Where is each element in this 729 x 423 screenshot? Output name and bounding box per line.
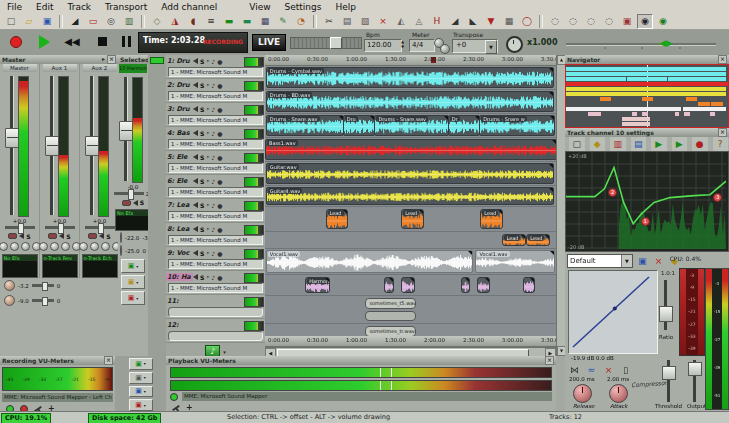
track-device-label[interactable] [168, 331, 263, 341]
zoom-in-icon[interactable]: ◌ [547, 14, 563, 29]
track-device-label[interactable]: 1 - MME: Microsoft Sound M [168, 187, 263, 197]
tempo-clock-icon[interactable] [506, 36, 523, 53]
speaker-icon[interactable] [193, 274, 198, 280]
recording-device-label[interactable]: MME: Microsoft Sound Mapper - Left Ch [2, 393, 113, 402]
collapse-icon[interactable]: ▸ [102, 55, 105, 64]
note-icon[interactable]: ♪ [211, 250, 215, 257]
track-row[interactable]: 3: DruS*♪●1 - MME: Microsoft Sound M [166, 103, 265, 127]
vertical-scrollbar[interactable]: ▲ ▼ [556, 55, 565, 356]
pan-slider[interactable] [45, 226, 75, 229]
fader-track[interactable] [50, 76, 54, 215]
track-name[interactable]: 12: [166, 321, 193, 329]
preset-dropdown-icon[interactable]: ▼ [621, 255, 632, 267]
audio-clip[interactable]: Drums - Snare.wav [374, 115, 448, 136]
dropdown-arrow-icon[interactable]: ▾ [136, 280, 138, 285]
scissors-icon[interactable]: ✂ [321, 14, 337, 29]
speaker-icon[interactable] [193, 250, 198, 256]
dropdown-arrow-icon[interactable]: ▾ [144, 375, 146, 380]
bpm-spinner[interactable]: ▲▼ [399, 39, 406, 51]
track-name[interactable]: 11: [166, 297, 193, 305]
menu-item-file[interactable]: File [0, 2, 29, 12]
audio-clip[interactable]: Guitar.wav [266, 163, 555, 184]
transpose-select[interactable]: +0 ▼ [452, 39, 498, 53]
channel-help-icon[interactable]: ? [713, 137, 729, 152]
star-icon[interactable]: * [206, 250, 209, 257]
pan-thumb[interactable] [18, 223, 24, 234]
note-icon[interactable]: ♪ [211, 82, 215, 89]
mute-led-icon[interactable] [122, 200, 131, 206]
monitor-record-icon[interactable]: ▣▾ [129, 358, 153, 370]
track-name[interactable]: 4: Bas [166, 129, 193, 137]
close-icon[interactable]: × [104, 356, 113, 365]
speaker-icon[interactable] [193, 82, 198, 88]
track-name[interactable]: 9: Voc [166, 249, 193, 257]
star-icon[interactable]: * [206, 82, 209, 89]
solo-button[interactable]: S [200, 202, 204, 209]
audio-clip[interactable]: Lead [480, 209, 502, 229]
attack-knob[interactable] [609, 384, 628, 403]
send-knob[interactable] [61, 242, 70, 251]
eq-point-1[interactable]: 1 [641, 217, 650, 226]
add-audio-track-icon[interactable]: ▬ [221, 14, 237, 29]
pan-thumb[interactable] [58, 223, 64, 234]
star-icon[interactable]: * [206, 226, 209, 233]
grid-snap-icon[interactable]: ▦ [501, 14, 517, 29]
solo-button[interactable]: S [200, 130, 204, 137]
strip-name-tab[interactable]: Aux 2 [83, 64, 117, 72]
send-knob[interactable] [39, 242, 48, 251]
speed-slider-thumb[interactable]: ◀▶ [659, 38, 673, 48]
audio-clip[interactable]: Dru [343, 115, 376, 136]
solo-button[interactable]: S [200, 58, 204, 65]
menu-item-add-channel[interactable]: Add channel [154, 2, 224, 12]
note-icon[interactable]: ♪ [211, 58, 215, 65]
track-row[interactable]: 10: HaS*♪●1 - MME: Microsoft Sound M [166, 271, 265, 295]
delete-preset-icon[interactable]: × [652, 255, 665, 268]
close-icon[interactable]: × [718, 55, 727, 64]
speaker-icon[interactable] [133, 200, 138, 206]
stop-button[interactable] [92, 34, 112, 50]
stamp-b-icon[interactable]: ◬ [411, 14, 427, 29]
track-device-label[interactable]: 1 - MME: Microsoft Sound M [168, 91, 263, 101]
eq-point-3[interactable]: 3 [713, 193, 722, 202]
menu-item-help[interactable]: Help [328, 2, 363, 12]
speaker-icon[interactable] [59, 233, 64, 239]
audio-clip[interactable]: Vocal1.wav [475, 250, 554, 273]
audio-clip[interactable]: Guitar4.wav [266, 187, 555, 205]
track-name[interactable]: 7: Lea [166, 201, 193, 209]
microphone-icon[interactable]: ◎ [103, 14, 119, 29]
panel-splitter[interactable] [148, 55, 167, 356]
audio-clip[interactable]: Drums - Snare w [479, 115, 554, 136]
audio-clip[interactable]: sometimes_tr.wav [365, 326, 416, 336]
audio-clip[interactable] [461, 277, 471, 293]
dot-icon[interactable]: ● [217, 226, 222, 233]
save-file-icon[interactable]: ▣ [39, 14, 55, 29]
solo-button[interactable]: S [200, 178, 204, 185]
efx-box[interactable]: n-Track Rev [42, 254, 78, 278]
track-name[interactable]: 3: Dru [166, 105, 193, 113]
settings-hammer-icon[interactable] [172, 404, 180, 410]
mixer-window-icon[interactable]: ▦ [257, 14, 273, 29]
star-icon[interactable]: * [206, 154, 209, 161]
color-wheel-icon[interactable]: ◔ [293, 14, 309, 29]
new-file-icon[interactable]: □ [3, 14, 19, 29]
track-row[interactable]: 8: LeaS*♪●1 - MME: Microsoft Sound M [166, 223, 265, 247]
send-knob[interactable] [120, 245, 122, 256]
channel-knob-icon[interactable]: ● [692, 137, 708, 152]
playback-device-label[interactable]: MME: Microsoft Sound Mapper [182, 392, 552, 401]
audio-clip[interactable]: Drums - Snare.wav [266, 115, 344, 136]
menu-item-edit[interactable]: Edit [29, 2, 60, 12]
eq-graph[interactable]: +20 dB -20 dB 1 2 3 [565, 151, 729, 252]
channel-eq-icon[interactable]: ▥ [610, 137, 626, 152]
delete-icon[interactable]: × [375, 14, 391, 29]
playback-led-icon[interactable] [170, 393, 178, 401]
fade-out-icon[interactable]: ◣ [465, 14, 481, 29]
track-device-label[interactable]: 1 - MME: Microsoft Sound M [168, 211, 263, 221]
note-icon[interactable]: ♪ [211, 274, 215, 281]
close-icon[interactable]: × [545, 356, 554, 365]
live-button[interactable]: LIVE [252, 34, 286, 51]
channel-doc-icon[interactable]: ▤ [631, 137, 647, 152]
stamp-a-icon[interactable]: ◭ [393, 14, 409, 29]
solo-button[interactable]: S [200, 154, 204, 161]
output-slider[interactable] [693, 360, 696, 402]
plugin-icon[interactable]: ◇ [149, 14, 165, 29]
